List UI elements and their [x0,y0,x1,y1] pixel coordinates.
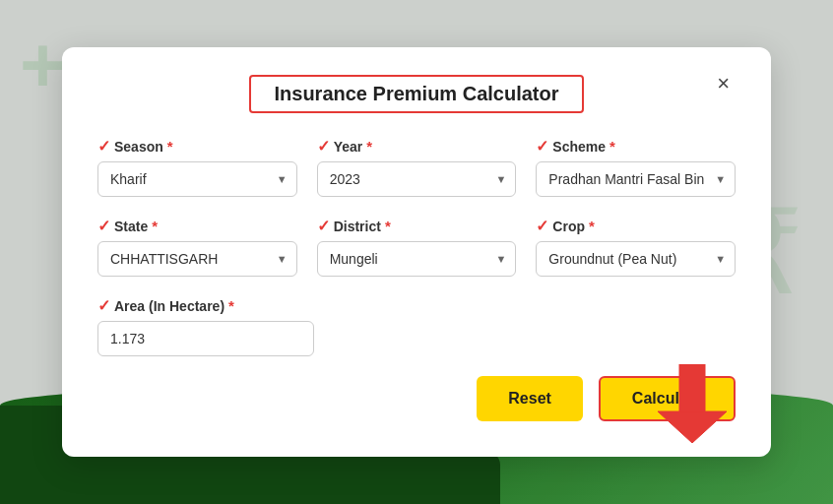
year-select-wrapper: 2023 2022 2021 [317,161,517,197]
area-group: ✓ Area (In Hectare) * [97,296,314,356]
crop-label: ✓ Crop * [536,217,736,235]
season-tick: ✓ [97,137,110,156]
scheme-select-wrapper: Pradhan Mantri Fasal Bin [536,161,736,197]
year-tick: ✓ [317,137,330,156]
scheme-required: * [609,138,615,155]
district-label: ✓ District * [317,217,517,235]
district-select-wrapper: Mungeli Raipur Bilaspur [317,241,517,277]
state-required: * [152,218,158,234]
district-select[interactable]: Mungeli Raipur Bilaspur [317,241,517,277]
crop-select-wrapper: Groundnut (Pea Nut) Wheat Rice [536,241,736,277]
crop-select[interactable]: Groundnut (Pea Nut) Wheat Rice [536,241,736,277]
form-row-3: ✓ Area (In Hectare) * [97,296,736,356]
crop-tick: ✓ [536,217,548,235]
year-label: ✓ Year * [317,137,517,156]
district-required: * [385,218,391,234]
season-required: * [167,138,173,155]
crop-required: * [589,218,595,234]
state-tick: ✓ [97,217,110,235]
state-select-wrapper: CHHATTISGARH MAHARASHTRA UP [97,241,297,277]
crop-group: ✓ Crop * Groundnut (Pea Nut) Wheat Rice [536,217,736,277]
scheme-select[interactable]: Pradhan Mantri Fasal Bin [536,161,736,197]
close-button[interactable]: × [711,71,736,96]
insurance-calculator-modal: Insurance Premium Calculator × ✓ Season … [62,47,771,457]
year-group: ✓ Year * 2023 2022 2021 [317,137,517,197]
district-tick: ✓ [317,217,330,235]
season-select-wrapper: Kharif Rabi Zaid [97,161,297,197]
modal-title: Insurance Premium Calculator [249,75,585,113]
scheme-group: ✓ Scheme * Pradhan Mantri Fasal Bin [536,137,736,197]
year-required: * [366,138,372,155]
season-select[interactable]: Kharif Rabi Zaid [97,161,297,197]
state-select[interactable]: CHHATTISGARH MAHARASHTRA UP [97,241,297,277]
form-row-2: ✓ State * CHHATTISGARH MAHARASHTRA UP ✓ … [97,217,736,277]
reset-button[interactable]: Reset [477,376,583,421]
modal-overlay: Insurance Premium Calculator × ✓ Season … [0,0,833,504]
modal-header: Insurance Premium Calculator × [97,75,736,113]
year-select[interactable]: 2023 2022 2021 [317,161,517,197]
form-row-1: ✓ Season * Kharif Rabi Zaid ✓ Year * [97,137,736,197]
season-label: ✓ Season * [97,137,297,156]
modal-footer: Reset Calculate [97,376,736,421]
calculate-button[interactable]: Calculate [599,376,736,421]
area-required: * [228,297,234,314]
state-group: ✓ State * CHHATTISGARH MAHARASHTRA UP [97,217,297,277]
area-input[interactable] [97,321,314,356]
season-group: ✓ Season * Kharif Rabi Zaid [97,137,297,197]
district-group: ✓ District * Mungeli Raipur Bilaspur [317,217,517,277]
scheme-label: ✓ Scheme * [536,137,736,156]
area-tick: ✓ [97,296,110,315]
scheme-tick: ✓ [536,137,548,156]
state-label: ✓ State * [97,217,297,235]
area-label: ✓ Area (In Hectare) * [97,296,314,315]
